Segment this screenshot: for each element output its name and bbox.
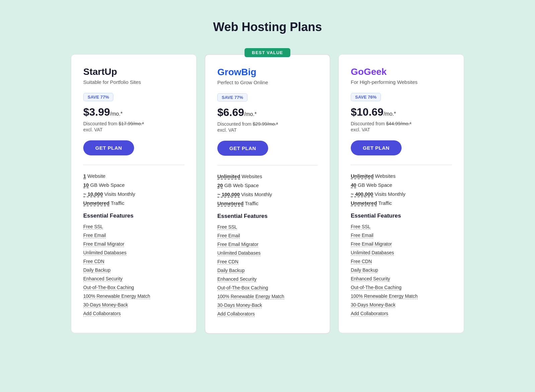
feature-item: Free Email Migrator <box>217 242 318 247</box>
plan-wrapper-startup: StartUpSuitable for Portfolio SitesSAVE … <box>67 54 201 333</box>
feature-item: Unlimited Databases <box>217 250 318 256</box>
feature-item: Free Email <box>217 233 318 238</box>
feature-item: Add Collaborators <box>351 311 452 316</box>
feature-item: Daily Backup <box>83 267 184 273</box>
get-plan-button-growbig[interactable]: GET PLAN <box>217 141 268 156</box>
plan-card-startup: StartUpSuitable for Portfolio SitesSAVE … <box>71 54 197 333</box>
price-period-startup: /mo.* <box>110 111 122 117</box>
price-amount-gogeek: $10.69 <box>351 106 384 118</box>
feature-item: Out-of-The-Box Caching <box>351 285 452 290</box>
features-list-gogeek: Free SSLFree EmailFree Email MigratorUnl… <box>351 224 452 316</box>
plan-wrapper-gogeek: GoGeekFor High-performing WebsitesSAVE 7… <box>334 54 468 333</box>
excl-vat-gogeek: excl. VAT <box>351 127 452 132</box>
save-badge-startup: SAVE 77% <box>83 93 113 101</box>
features-title-growbig: Essential Features <box>217 213 318 220</box>
spec-item: Unlimited Websites <box>351 173 452 179</box>
price-discounted-startup: Discounted from $17.99/mo.* <box>83 121 184 126</box>
plan-card-gogeek: GoGeekFor High-performing WebsitesSAVE 7… <box>338 54 464 333</box>
feature-item: Free Email <box>351 233 452 238</box>
price-discounted-growbig: Discounted from $29.99/mo.* <box>217 121 318 127</box>
features-title-startup: Essential Features <box>83 213 184 219</box>
feature-item: 30-Days Money-Back <box>351 302 452 307</box>
plans-container: StartUpSuitable for Portfolio SitesSAVE … <box>54 54 481 334</box>
excl-vat-startup: excl. VAT <box>83 127 184 132</box>
spec-item: 20 GB Web Space <box>217 182 318 188</box>
plan-tagline-startup: Suitable for Portfolio Sites <box>83 79 184 85</box>
spec-item: Unlimited Websites <box>217 173 318 179</box>
feature-item: Free CDN <box>217 259 318 264</box>
spec-item: Unmetered Traffic <box>351 200 452 206</box>
feature-item: Free SSL <box>217 224 318 230</box>
feature-item: Free Email Migrator <box>83 241 184 247</box>
feature-item: Unlimited Databases <box>351 250 452 255</box>
feature-item: Free CDN <box>351 259 452 264</box>
best-value-badge: BEST VALUE <box>244 48 290 57</box>
save-badge-gogeek: SAVE 76% <box>351 93 381 101</box>
feature-item: Add Collaborators <box>83 311 184 316</box>
feature-item: 100% Renewable Energy Match <box>217 294 318 299</box>
specs-list-growbig: Unlimited Websites20 GB Web Space~ 100,0… <box>217 173 318 206</box>
plan-name-growbig: GrowBig <box>217 67 318 78</box>
feature-item: Free Email Migrator <box>351 241 452 247</box>
specs-list-gogeek: Unlimited Websites40 GB Web Space~ 400,0… <box>351 173 452 206</box>
feature-item: Out-of-The-Box Caching <box>83 285 184 290</box>
feature-item: Free Email <box>83 233 184 238</box>
specs-list-startup: 1 Website10 GB Web Space~ 10,000 Visits … <box>83 173 184 206</box>
plan-card-growbig: GrowBigPerfect to Grow OnlineSAVE 77%$6.… <box>205 54 330 334</box>
price-period-growbig: /mo.* <box>244 111 256 117</box>
plan-wrapper-growbig: BEST VALUEGrowBigPerfect to Grow OnlineS… <box>201 54 334 334</box>
price-amount-growbig: $6.69 <box>217 106 244 119</box>
save-badge-growbig: SAVE 77% <box>217 93 247 102</box>
plan-tagline-growbig: Perfect to Grow Online <box>217 80 318 85</box>
get-plan-button-gogeek[interactable]: GET PLAN <box>351 140 402 155</box>
spec-item: 40 GB Web Space <box>351 182 452 188</box>
spec-item: ~ 10,000 Visits Monthly <box>83 191 184 197</box>
spec-item: Unmetered Traffic <box>83 200 184 206</box>
feature-item: Daily Backup <box>351 267 452 273</box>
feature-item: Free CDN <box>83 259 184 264</box>
feature-item: Enhanced Security <box>351 276 452 281</box>
divider-gogeek <box>351 165 452 165</box>
spec-item: 10 GB Web Space <box>83 182 184 188</box>
price-amount-startup: $3.99 <box>83 106 110 118</box>
spec-item: ~ 100,000 Visits Monthly <box>217 191 318 197</box>
feature-item: Free SSL <box>351 224 452 229</box>
feature-item: Out-of-The-Box Caching <box>217 285 318 290</box>
feature-item: Enhanced Security <box>217 276 318 282</box>
price-discounted-gogeek: Discounted from $44.99/mo.* <box>351 121 452 126</box>
spec-item: 1 Website <box>83 173 184 179</box>
plan-name-startup: StartUp <box>83 67 184 77</box>
price-period-gogeek: /mo.* <box>384 111 396 117</box>
divider-growbig <box>217 165 318 165</box>
spec-item: ~ 400,000 Visits Monthly <box>351 191 452 197</box>
feature-item: Enhanced Security <box>83 276 184 281</box>
features-list-startup: Free SSLFree EmailFree Email MigratorUnl… <box>83 224 184 316</box>
feature-item: 100% Renewable Energy Match <box>351 293 452 299</box>
price-row-startup: $3.99/mo.* <box>83 106 184 118</box>
feature-item: Add Collaborators <box>217 311 318 316</box>
features-list-growbig: Free SSLFree EmailFree Email MigratorUnl… <box>217 224 318 316</box>
get-plan-button-startup[interactable]: GET PLAN <box>83 140 134 155</box>
feature-item: Unlimited Databases <box>83 250 184 255</box>
page-title: Web Hosting Plans <box>13 20 522 34</box>
feature-item: Daily Backup <box>217 268 318 273</box>
feature-item: 30-Days Money-Back <box>83 302 184 307</box>
plan-tagline-gogeek: For High-performing Websites <box>351 79 452 85</box>
excl-vat-growbig: excl. VAT <box>217 127 318 133</box>
plan-name-gogeek: GoGeek <box>351 67 452 77</box>
spec-item: Unmetered Traffic <box>217 201 318 206</box>
features-title-gogeek: Essential Features <box>351 213 452 219</box>
feature-item: Free SSL <box>83 224 184 229</box>
price-row-growbig: $6.69/mo.* <box>217 106 318 119</box>
feature-item: 100% Renewable Energy Match <box>83 293 184 299</box>
divider-startup <box>83 165 184 165</box>
price-row-gogeek: $10.69/mo.* <box>351 106 452 118</box>
feature-item: 30-Days Money-Back <box>217 302 318 308</box>
